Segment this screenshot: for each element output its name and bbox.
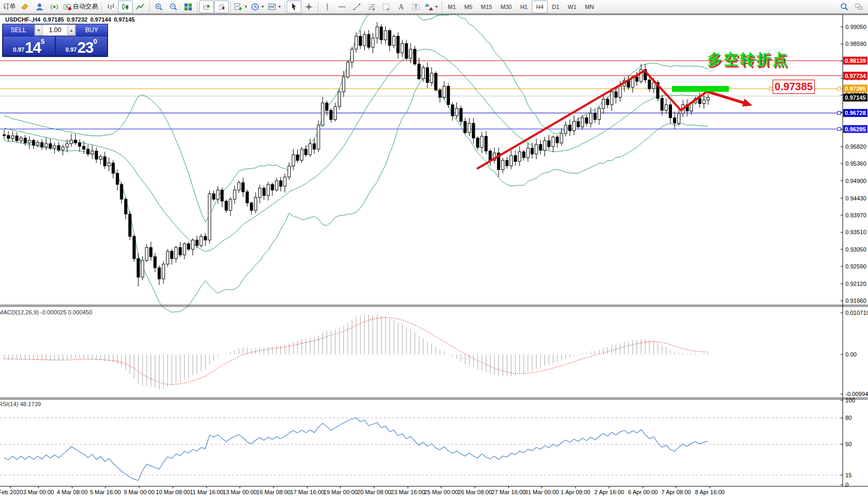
candle (120, 185, 123, 199)
sell-price-big: 14 (25, 40, 41, 55)
candle (652, 82, 655, 89)
channel-button[interactable]: F (379, 1, 394, 13)
line-icon (136, 3, 144, 11)
candle (36, 142, 39, 145)
tf-h1[interactable]: H1 (516, 1, 532, 13)
candle (99, 157, 102, 159)
new-order-button[interactable] (17, 1, 32, 13)
candle (116, 174, 119, 185)
tf-m5[interactable]: M5 (460, 1, 476, 13)
periods-button[interactable]: ▼ (249, 1, 266, 13)
buy-price-button[interactable]: 0.97 23 0 (56, 36, 108, 55)
turning-point-annotation[interactable]: 多空转折点 (707, 50, 789, 70)
dropdown-arrow-icon[interactable]: ▼ (244, 5, 248, 8)
orders-button[interactable]: 订单 (2, 1, 17, 13)
text-label-button[interactable]: T (408, 1, 423, 13)
candle (32, 140, 35, 145)
line-chart-button[interactable] (133, 1, 148, 13)
candle (45, 143, 47, 147)
templates-button[interactable]: ▼ (266, 1, 283, 13)
candle (586, 118, 588, 123)
bar-chart-button[interactable] (103, 1, 118, 13)
tf-m1[interactable]: M1 (444, 1, 460, 13)
tf-h4[interactable]: H4 (532, 1, 548, 13)
fibonacci-button[interactable]: E (364, 1, 379, 13)
candle (145, 247, 148, 261)
svg-text:80: 80 (845, 415, 852, 421)
green-highlight-box[interactable] (672, 86, 729, 92)
shift-icon (217, 3, 226, 11)
community-button[interactable] (32, 1, 47, 13)
trendline-button[interactable] (349, 1, 364, 13)
chat-button[interactable] (852, 1, 866, 13)
label-icon: T (412, 3, 420, 11)
price-callout-box[interactable]: 0.97385 (773, 80, 815, 94)
svg-text:25 Mar 00:00: 25 Mar 00:00 (424, 489, 459, 495)
svg-text:E: E (373, 7, 375, 11)
autoscroll-button[interactable] (199, 1, 214, 13)
dropdown-arrow-icon[interactable]: ▼ (261, 5, 265, 8)
symbol-period-label: USDCHF-,H4 (5, 16, 41, 23)
buy-button[interactable]: BUY (76, 24, 108, 36)
cursor-button[interactable] (287, 1, 301, 13)
new-chart-button[interactable]: ▼ (232, 1, 249, 13)
candle (665, 105, 668, 111)
candle (388, 31, 391, 45)
svg-text:0.96295: 0.96295 (845, 126, 866, 132)
line-handle[interactable] (837, 128, 841, 131)
search-button[interactable] (837, 1, 852, 13)
tile-windows-button[interactable] (181, 1, 196, 13)
zoom-in-icon (154, 3, 163, 11)
candle (103, 157, 106, 166)
line-handle[interactable] (837, 87, 841, 90)
vertical-line-button[interactable] (320, 1, 335, 13)
crosshair-button[interactable] (301, 1, 316, 13)
svg-text:19 Mar 00:00: 19 Mar 00:00 (324, 489, 358, 495)
candle (355, 36, 357, 50)
candle (397, 36, 399, 53)
autotrading-button[interactable]: 自动交易 (62, 1, 100, 13)
candle (359, 36, 362, 46)
volume-increase-button[interactable]: ▲ (67, 25, 75, 35)
low-value: 0.97144 (90, 16, 111, 23)
tf-mn[interactable]: MN (581, 1, 598, 13)
line-handle[interactable] (837, 111, 841, 114)
dropdown-arrow-icon[interactable]: ▼ (278, 5, 281, 8)
candle (535, 145, 538, 154)
zoom-in-button[interactable] (151, 1, 166, 13)
svg-text:0.00: 0.00 (845, 351, 856, 358)
candle (53, 146, 56, 148)
candle (451, 105, 454, 116)
close-value: 0.97145 (114, 16, 135, 23)
svg-text:0.96728: 0.96728 (845, 110, 866, 116)
svg-text:31 Mar 00:00: 31 Mar 00:00 (525, 489, 559, 495)
sell-price-button[interactable]: 0.97 14 5 (3, 36, 55, 55)
tf-m15[interactable]: M15 (476, 1, 496, 13)
candle (380, 27, 383, 40)
cursor-icon (290, 3, 298, 11)
zoom-out-button[interactable] (166, 1, 181, 13)
text-button[interactable]: A (394, 1, 408, 13)
svg-text:T: T (414, 4, 418, 10)
tf-w1[interactable]: W1 (563, 1, 581, 13)
tf-d1[interactable]: D1 (548, 1, 563, 13)
candle (171, 251, 173, 258)
candle (217, 190, 219, 199)
broadcast-button[interactable] (47, 1, 62, 13)
tf-m30[interactable]: M30 (496, 1, 516, 13)
sell-button[interactable]: SELL (3, 24, 34, 36)
dropdown-arrow-icon[interactable]: ▼ (435, 5, 438, 8)
chart-shift-button[interactable] (214, 1, 229, 13)
svg-text:10 Mar 08:00: 10 Mar 08:00 (156, 489, 190, 495)
candle (317, 125, 320, 149)
candle (129, 214, 131, 236)
volume-decrease-button[interactable]: ▼ (35, 25, 43, 35)
community-icon (35, 3, 44, 11)
horizontal-line-button[interactable] (335, 1, 349, 13)
arrows-button[interactable]: ▼ (423, 1, 440, 13)
candle (208, 194, 211, 240)
candle (426, 68, 429, 82)
candle (284, 177, 286, 187)
candlestick-chart-button[interactable] (118, 1, 133, 13)
volume-input[interactable] (43, 25, 67, 35)
